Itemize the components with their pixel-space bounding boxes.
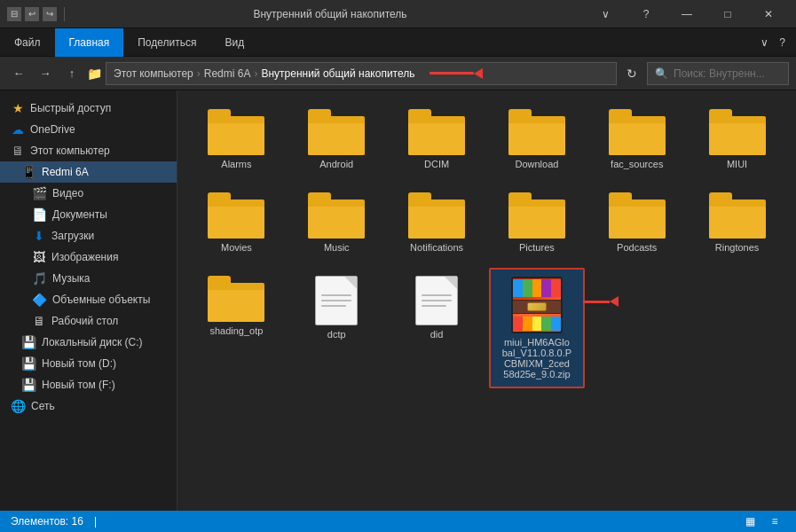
downloads-icon: ⬇ (32, 229, 46, 243)
search-box[interactable]: 🔍 (647, 62, 789, 85)
file-label-notifications: Notifications (410, 242, 463, 253)
sidebar-item-redmi[interactable]: 📱 Redmi 6A (0, 161, 177, 183)
sidebar-item-downloads[interactable]: ⬇ Загрузки (0, 225, 177, 246)
sidebar-item-video[interactable]: 🎬 Видео (0, 183, 177, 204)
file-item-did[interactable]: did (389, 268, 485, 388)
stripe-blue (513, 279, 523, 297)
file-item-music[interactable]: Music (288, 184, 385, 261)
doc-fold (445, 277, 457, 289)
undo-icon[interactable]: ↩ (25, 7, 39, 21)
up-button[interactable]: ↑ (60, 62, 83, 85)
sidebar-label-driveF: Новый том (F:) (42, 379, 115, 391)
file-item-podcasts[interactable]: Podcasts (588, 184, 685, 261)
file-item-facsources[interactable]: fac_sources (588, 101, 685, 177)
help-icon[interactable]: ? (776, 33, 789, 52)
file-grid-row2: Movies Music Notifications (188, 184, 785, 261)
file-item-dcim[interactable]: DCIM (389, 101, 485, 177)
file-item-shading[interactable]: shading_otp (188, 268, 285, 388)
window-title: Внутренний общий накопитель (75, 8, 585, 20)
search-input[interactable] (674, 67, 781, 80)
file-label-movies: Movies (221, 242, 252, 253)
sidebar-label-onedrive: OneDrive (30, 123, 75, 136)
refresh-button[interactable]: ↻ (620, 62, 643, 85)
file-item-miui[interactable]: MIUI (689, 101, 785, 177)
file-label-miui: MIUI (727, 159, 747, 169)
sidebar-item-thispc[interactable]: 🖥 Этот компьютер (0, 140, 177, 161)
file-item-dctp[interactable]: dctp (288, 268, 385, 388)
zip-arrow (583, 296, 619, 307)
doc-line1 (422, 294, 452, 296)
sidebar-item-network[interactable]: 🌐 Сеть (0, 395, 177, 417)
element-count: Элементов: 16 (11, 515, 83, 528)
sidebar-item-driveC[interactable]: 💾 Локальный диск (C:) (0, 332, 177, 353)
menu-tab-view[interactable]: Вид (210, 28, 258, 57)
sidebar-item-driveF[interactable]: 💾 Новый том (F:) (0, 374, 177, 395)
divider (64, 7, 65, 21)
sidebar-item-docs[interactable]: 📄 Документы (0, 204, 177, 225)
file-label-dcim: DCIM (424, 159, 449, 169)
folder-icon-notifications (408, 192, 465, 239)
folder-icon-movies (208, 192, 264, 239)
redo-icon[interactable]: ↪ (43, 7, 57, 21)
file-item-zip[interactable]: miui_HM6AGlobal_V11.0.8.0.PCBMIXM_2ced58… (489, 268, 586, 388)
back-button[interactable]: ← (7, 62, 30, 85)
arrow-shaft (430, 72, 474, 74)
menu-tab-home[interactable]: Главная (55, 28, 124, 57)
maximize-button[interactable]: □ (707, 0, 748, 28)
menu-tab-file[interactable]: Файл (0, 28, 55, 57)
menu-tab-share[interactable]: Поделиться (123, 28, 210, 57)
stripe-b (551, 317, 561, 331)
chevron-down-icon[interactable]: ∨ (757, 33, 772, 52)
address-box[interactable]: Этот компьютер › Redmi 6A › Внутренний о… (106, 62, 617, 85)
sidebar-item-quickaccess[interactable]: ★ Быстрый доступ (0, 98, 177, 119)
file-item-notifications[interactable]: Notifications (389, 184, 485, 261)
crumb-sep-1: › (197, 67, 201, 80)
minimize-button[interactable]: — (666, 0, 707, 28)
driveF-icon: 💾 (21, 378, 36, 392)
chevron-button[interactable]: ∨ (585, 0, 626, 28)
file-item-android[interactable]: Android (288, 101, 385, 177)
sidebar-label-docs: Документы (52, 208, 107, 221)
file-item-download[interactable]: Download (489, 101, 586, 177)
zip-buckle (527, 302, 547, 311)
cloud-icon: ☁ (11, 122, 25, 137)
help-button[interactable]: ? (626, 0, 666, 28)
sidebar-label-thispc: Этот компьютер (30, 145, 110, 157)
stripe-red (551, 279, 561, 297)
file-item-ringtones[interactable]: Ringtones (689, 184, 785, 261)
file-item-alarms[interactable]: Alarms (188, 101, 285, 177)
driveC-icon: 💾 (21, 335, 36, 349)
forward-button[interactable]: → (34, 62, 57, 85)
sidebar-item-driveD[interactable]: 💾 Новый том (D:) (0, 353, 177, 374)
folder-icon-dcim (408, 109, 465, 155)
file-label-pictures: Pictures (519, 242, 555, 253)
sidebar-item-music[interactable]: 🎵 Музыка (0, 268, 177, 289)
file-label-ringtones: Ringtones (715, 242, 760, 253)
sidebar-label-music: Музыка (52, 272, 90, 285)
folder-icon-podcasts (609, 192, 666, 239)
close-button[interactable]: ✕ (748, 0, 789, 28)
zip-belt (513, 300, 561, 314)
doc-icon-dctp (315, 276, 358, 325)
file-item-pictures[interactable]: Pictures (489, 184, 586, 261)
sidebar-item-3d[interactable]: 🔷 Объемные объекты (0, 289, 177, 310)
images-icon: 🖼 (32, 250, 46, 264)
file-item-movies[interactable]: Movies (188, 184, 285, 261)
zip-body (511, 277, 563, 333)
folder-front (208, 207, 264, 239)
sidebar-item-onedrive[interactable]: ☁ OneDrive (0, 119, 177, 140)
sidebar-label-desktop: Рабочий стол (51, 315, 118, 327)
sidebar-item-images[interactable]: 🖼 Изображения (0, 246, 177, 268)
stripe-o (523, 317, 532, 331)
sidebar-label-images: Изображения (51, 251, 118, 263)
stripe-purple (541, 279, 551, 297)
doc-line3 (422, 305, 446, 307)
stripe-g (541, 317, 551, 331)
folder-front (208, 290, 264, 322)
view-grid-button[interactable]: ▦ (739, 512, 761, 530)
sidebar-item-desktop[interactable]: 🖥 Рабочий стол (0, 310, 177, 332)
folder-front (609, 123, 666, 155)
file-area: Alarms Android DCIM (177, 90, 796, 511)
view-list-button[interactable]: ≡ (764, 512, 785, 530)
status-bar: Элементов: 16 | ▦ ≡ (0, 511, 796, 532)
